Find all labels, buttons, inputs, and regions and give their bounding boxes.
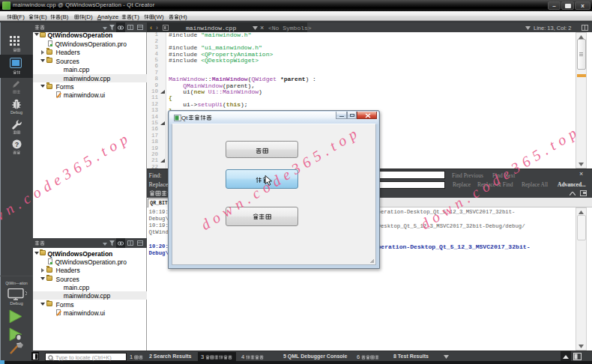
svg-text:?: ?: [14, 141, 19, 148]
